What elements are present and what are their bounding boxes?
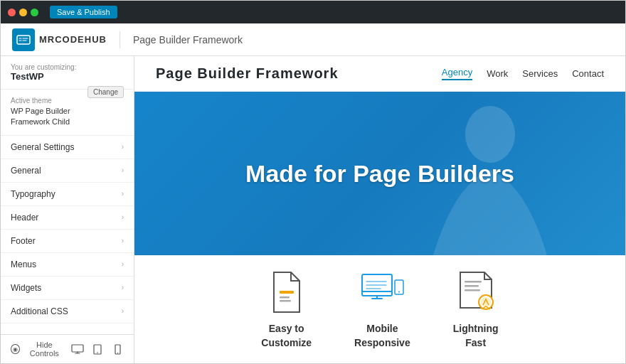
admin-bar: Save & Publish (1, 1, 625, 23)
feature-easy-customize: Easy toCustomize (261, 269, 312, 350)
nav-link-services[interactable]: Services (522, 68, 558, 79)
chevron-right-icon: › (122, 237, 124, 245)
svg-rect-9 (280, 300, 291, 302)
sidebar-item-menus[interactable]: Menus › (1, 253, 134, 277)
sidebar-footer: ◉ Hide Controls (1, 334, 134, 363)
nav-link-work[interactable]: Work (487, 68, 508, 79)
sidebar: You are customizing: TestWP Active theme… (1, 56, 134, 363)
hide-controls-button[interactable]: ◉ Hide Controls (11, 341, 65, 358)
close-button[interactable] (8, 9, 16, 16)
main-area: You are customizing: TestWP Active theme… (1, 56, 625, 363)
svg-rect-7 (280, 291, 294, 294)
window-controls (8, 9, 38, 16)
feature-label-easy-customize: Easy toCustomize (261, 322, 312, 350)
chevron-right-icon: › (122, 284, 124, 291)
website-logo: Page Builder Framework (156, 65, 339, 82)
framework-title: Page Builder Framework (133, 34, 243, 46)
change-theme-button[interactable]: Change (87, 86, 124, 98)
menu-item-label: Typography (11, 189, 55, 199)
menu-item-label: Widgets (11, 283, 41, 293)
theme-name: WP Page BuilderFramework Child (11, 106, 124, 128)
maximize-button[interactable] (31, 9, 38, 16)
svg-rect-13 (465, 281, 482, 283)
svg-point-6 (465, 106, 515, 163)
site-name: TestWP (11, 71, 124, 82)
svg-point-5 (117, 352, 117, 353)
menu-item-label: Menus (11, 259, 36, 269)
theme-section: Active theme Change WP Page BuilderFrame… (1, 90, 134, 136)
document-icon (264, 269, 309, 315)
brand-logo: MRCODEHUB (12, 28, 107, 51)
nav-link-agency[interactable]: Agency (442, 67, 472, 80)
feature-mobile-responsive: MobileResponsive (354, 269, 410, 350)
chevron-right-icon: › (122, 143, 124, 151)
sidebar-item-typography[interactable]: Typography › (1, 183, 134, 206)
menu-item-label: Footer (11, 236, 36, 246)
eye-icon: ◉ (11, 344, 20, 354)
sidebar-menu: General Settings › General › Typography … (1, 136, 134, 334)
hero-title: Made for Page Builders (245, 160, 514, 188)
menu-item-label: Additional CSS (11, 306, 68, 316)
monitor-icon (359, 269, 405, 315)
chevron-right-icon: › (122, 213, 124, 221)
feature-label-lightning-fast: LightningFast (453, 322, 499, 350)
chevron-right-icon: › (122, 166, 124, 174)
hero-content: Made for Page Builders (245, 160, 514, 188)
svg-rect-14 (465, 285, 479, 287)
svg-point-3 (97, 352, 98, 353)
feature-label-mobile-responsive: MobileResponsive (354, 322, 410, 350)
website-preview: Page Builder Framework Agency Work Servi… (134, 56, 625, 363)
menu-item-label: General Settings (11, 142, 74, 152)
app-frame: Save & Publish MRCODEHUB Page Builder Fr… (0, 0, 626, 364)
svg-rect-0 (17, 36, 30, 44)
preview-area: Page Builder Framework Agency Work Servi… (134, 56, 625, 363)
features-section: Easy toCustomize (134, 255, 625, 363)
feature-lightning-fast: LightningFast (453, 269, 499, 350)
header-divider (120, 31, 120, 48)
website-nav-links: Agency Work Services Contact (442, 67, 604, 80)
mobile-icon[interactable] (111, 343, 124, 355)
brand-name: MRCODEHUB (39, 34, 107, 45)
sidebar-item-general[interactable]: General › (1, 159, 134, 183)
menu-item-label: General (11, 166, 41, 176)
sidebar-item-additional-css[interactable]: Additional CSS › (1, 300, 134, 323)
hide-controls-label: Hide Controls (23, 341, 65, 358)
sidebar-item-general-settings[interactable]: General Settings › (1, 136, 134, 159)
sidebar-item-footer[interactable]: Footer › (1, 230, 134, 253)
svg-rect-1 (72, 345, 83, 352)
svg-rect-8 (280, 296, 290, 299)
svg-point-12 (398, 291, 400, 293)
device-preview-controls (71, 343, 124, 355)
minimize-button[interactable] (19, 9, 27, 16)
menu-item-label: Header (11, 213, 38, 223)
svg-rect-15 (465, 289, 480, 291)
hero-section: Made for Page Builders (134, 92, 625, 255)
chevron-right-icon: › (122, 260, 124, 268)
sidebar-item-header[interactable]: Header › (1, 206, 134, 230)
website-nav: Page Builder Framework Agency Work Servi… (134, 56, 625, 92)
chevron-right-icon: › (122, 190, 124, 198)
sidebar-top: You are customizing: TestWP (1, 56, 134, 90)
logo-icon (12, 28, 35, 51)
tablet-icon[interactable] (91, 343, 104, 355)
certificate-icon (453, 269, 499, 315)
sidebar-item-widgets[interactable]: Widgets › (1, 277, 134, 300)
chevron-right-icon: › (122, 307, 124, 315)
nav-link-contact[interactable]: Contact (572, 68, 604, 79)
desktop-icon[interactable] (71, 343, 84, 355)
customizer-header: MRCODEHUB Page Builder Framework (1, 23, 625, 56)
save-publish-button[interactable]: Save & Publish (50, 6, 117, 18)
customizing-label: You are customizing: (11, 63, 124, 71)
